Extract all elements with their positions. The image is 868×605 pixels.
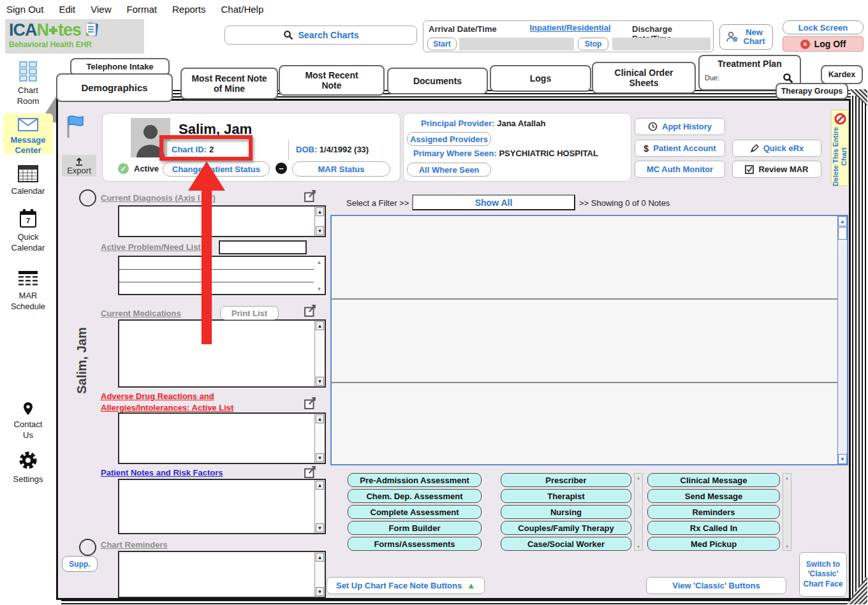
- chart-reminders-listbox[interactable]: ▲▼: [118, 551, 326, 598]
- tab-kardex[interactable]: Kardex: [821, 65, 863, 84]
- medications-scrollbar[interactable]: ▲▼: [314, 321, 325, 386]
- scroll-up-icon[interactable]: ▲: [316, 553, 324, 562]
- sidebar-item-quick-calendar[interactable]: 7 Quick Calendar: [0, 209, 56, 253]
- menu-sign-out[interactable]: Sign Out: [6, 4, 43, 15]
- change-patient-status-button[interactable]: Change Patient Status: [163, 161, 270, 177]
- menu-view[interactable]: View: [91, 4, 111, 15]
- scroll-up-icon[interactable]: ▲: [838, 216, 847, 226]
- patient-account-button[interactable]: $ Patient Account: [635, 140, 725, 157]
- delete-entire-chart-button[interactable]: Delete This Entire Chart: [831, 110, 849, 186]
- patient-notes-label[interactable]: Patient Notes and Risk Factors: [101, 468, 223, 477]
- chart-reminders-label[interactable]: Chart Reminders: [101, 540, 168, 550]
- tab-demographics[interactable]: Demographics: [56, 73, 173, 102]
- sidebar-item-chart-room[interactable]: Chart Room: [0, 61, 56, 106]
- scroll-up-icon[interactable]: ▲: [316, 481, 324, 490]
- chart-reminders-radio[interactable]: [79, 539, 96, 556]
- lock-screen-button[interactable]: Lock Screen: [783, 20, 864, 34]
- review-mar-button[interactable]: Review MAR: [732, 161, 821, 178]
- sidebar-item-mar-schedule[interactable]: MAR Schedule: [0, 270, 56, 312]
- diagnosis-radio[interactable]: [79, 189, 96, 207]
- scroll-down-icon[interactable]: ▼: [315, 284, 323, 293]
- scroll-down-icon[interactable]: ▼: [635, 543, 642, 550]
- note-button-complete-assessment[interactable]: Complete Assessment: [348, 505, 482, 519]
- setup-chart-face-buttons-button[interactable]: Set Up Chart Face Note Buttons ▲: [327, 577, 485, 594]
- mc-auth-monitor-button[interactable]: MC Auth Monitor: [635, 161, 725, 178]
- active-problem-scrollbar[interactable]: ▲▼: [314, 257, 325, 294]
- scroll-down-icon[interactable]: ▼: [838, 454, 847, 464]
- tab-therapy-groups[interactable]: Therapy Groups: [776, 83, 848, 99]
- note-button-send-message[interactable]: Send Message: [647, 489, 780, 503]
- mar-status-button[interactable]: MAR Status: [292, 161, 390, 177]
- tab-most-recent-note[interactable]: Most Recent Note: [279, 65, 385, 96]
- log-off-button[interactable]: × Log Off: [783, 36, 864, 52]
- diagnosis-scrollbar[interactable]: ▲▼: [314, 207, 325, 236]
- sidebar-item-contact-us[interactable]: Contact Us: [0, 402, 56, 441]
- menu-format[interactable]: Format: [126, 4, 157, 15]
- note-button-rx-called-in[interactable]: Rx Called In: [647, 521, 780, 535]
- note-button-reminders[interactable]: Reminders: [647, 505, 780, 519]
- scroll-up-icon[interactable]: ▲: [783, 474, 791, 481]
- print-list-button[interactable]: Print List: [220, 306, 279, 320]
- note-button-pre-admission-assessment[interactable]: Pre-Admission Assessment: [348, 473, 482, 487]
- inpatient-residential-link[interactable]: Inpatient/Residential: [513, 23, 628, 33]
- tab-clinical-order-sheets[interactable]: Clinical Order Sheets: [592, 62, 696, 94]
- flag-icon[interactable]: [66, 115, 85, 139]
- switch-to-classic-chart-face-button[interactable]: Switch to 'Classic' Chart Face: [799, 552, 847, 597]
- scroll-up-icon[interactable]: ▲: [316, 414, 324, 423]
- view-classic-buttons-button[interactable]: View 'Classic' Buttons: [646, 577, 786, 594]
- active-problem-input[interactable]: [219, 240, 307, 254]
- active-problem-label[interactable]: Active Problem/Need List: [101, 242, 201, 252]
- scrollbar-thumb[interactable]: [838, 227, 847, 240]
- menu-chat-help[interactable]: Chat/Help: [221, 4, 264, 15]
- appt-history-button[interactable]: Appt History: [635, 118, 725, 135]
- edit-medications-icon[interactable]: [304, 304, 317, 317]
- note-button-therapist[interactable]: Therapist: [501, 489, 631, 503]
- current-diagnosis-label[interactable]: Current Diagnosis (Axis I - V): [101, 193, 216, 203]
- current-diagnosis-listbox[interactable]: ▲▼: [118, 205, 326, 237]
- note-button-clinical-message[interactable]: Clinical Message: [647, 473, 780, 487]
- quick-erx-button[interactable]: Quick eRx: [732, 140, 821, 157]
- assigned-providers-button[interactable]: Assigned Providers: [407, 132, 491, 146]
- note-button-case-social-worker[interactable]: Case/Social Worker: [501, 537, 631, 551]
- arrival-datetime-field[interactable]: [459, 38, 574, 50]
- note-button-nursing[interactable]: Nursing: [501, 505, 631, 519]
- current-medications-label[interactable]: Current Medications: [101, 309, 181, 318]
- patient-notes-listbox[interactable]: ▲▼: [118, 479, 326, 534]
- active-problem-listbox[interactable]: ▲▼: [118, 256, 326, 295]
- tab-logs[interactable]: Logs: [490, 65, 591, 92]
- note-button-form-builder[interactable]: Form Builder: [348, 521, 482, 535]
- scroll-down-icon[interactable]: ▼: [316, 226, 324, 235]
- note-button-med-pickup[interactable]: Med Pickup: [647, 537, 780, 551]
- chart-reminders-scrollbar[interactable]: ▲▼: [314, 552, 325, 597]
- adverse-reactions-listbox[interactable]: ▲▼: [118, 412, 326, 464]
- scroll-up-icon[interactable]: ▲: [315, 258, 323, 266]
- edit-allergies-icon[interactable]: [304, 397, 317, 409]
- scroll-up-icon[interactable]: ▲: [316, 321, 324, 330]
- show-all-filter-button[interactable]: Show All: [412, 194, 575, 210]
- scroll-down-icon[interactable]: ▼: [783, 543, 791, 550]
- scroll-up-icon[interactable]: ▲: [316, 207, 324, 216]
- adverse-reactions-label[interactable]: Adverse Drug Reactions andAllergies/Into…: [101, 391, 292, 413]
- current-medications-listbox[interactable]: ▲▼: [118, 319, 326, 388]
- export-button[interactable]: Export: [62, 155, 96, 177]
- tab-most-recent-note-of-mine[interactable]: Most Recent Note of Mine: [180, 68, 278, 99]
- note-buttons-scrollbar[interactable]: ▲▼: [634, 473, 643, 551]
- supp-button[interactable]: Supp.: [62, 556, 98, 572]
- patient-notes-scrollbar[interactable]: ▲▼: [314, 480, 325, 533]
- note-button-couples-family-therapy[interactable]: Couples/Family Therapy: [501, 521, 631, 535]
- tab-documents[interactable]: Documents: [387, 68, 488, 94]
- discharge-datetime-field[interactable]: [612, 38, 710, 50]
- treatment-plan-search-icon[interactable]: [783, 73, 793, 84]
- note-button-forms-assessments[interactable]: Forms/Assessments: [348, 537, 482, 551]
- minus-circle-icon[interactable]: −: [276, 163, 287, 174]
- scroll-down-icon[interactable]: ▼: [316, 453, 324, 462]
- note-button-prescriber[interactable]: Prescriber: [501, 473, 631, 487]
- menu-reports[interactable]: Reports: [172, 4, 206, 15]
- sidebar-item-calendar[interactable]: Calendar: [0, 164, 56, 197]
- scroll-down-icon[interactable]: ▼: [316, 523, 324, 532]
- menu-edit[interactable]: Edit: [59, 4, 75, 15]
- stop-button[interactable]: Stop: [578, 38, 608, 50]
- sidebar-item-message-center[interactable]: Message Center: [3, 113, 53, 154]
- allergies-scrollbar[interactable]: ▲▼: [314, 414, 325, 463]
- scroll-down-icon[interactable]: ▼: [316, 377, 324, 386]
